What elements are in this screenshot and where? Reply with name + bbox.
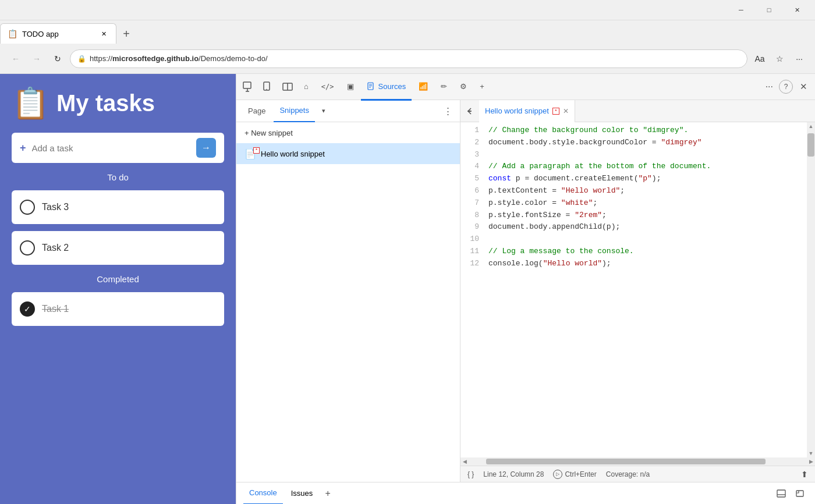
lock-icon: 🔒 bbox=[77, 55, 86, 63]
devtools-panel: ⌂ </> ▣ Sources 📶 bbox=[236, 74, 815, 504]
tab-favicon: 📋 bbox=[8, 29, 17, 38]
home-icon: ⌂ bbox=[304, 82, 309, 91]
reload-button[interactable]: ↻ bbox=[49, 50, 66, 68]
back-arrow-icon bbox=[465, 107, 474, 116]
add-task-row[interactable]: + → bbox=[12, 133, 224, 163]
device-emulation-button[interactable] bbox=[258, 77, 277, 96]
tab-close-button[interactable]: ✕ bbox=[98, 29, 109, 39]
dock-bottom-button[interactable] bbox=[773, 485, 789, 502]
add-panel-icon: + bbox=[480, 82, 484, 91]
snippets-menu-button[interactable]: ⋮ bbox=[441, 105, 454, 118]
tab-add[interactable]: + bbox=[474, 74, 490, 101]
maximize-button[interactable]: □ bbox=[756, 1, 782, 19]
snippets-toolbar: Page Snippets ▾ ⋮ bbox=[236, 100, 460, 122]
code-token-comment: // Log a message to the console. bbox=[488, 247, 634, 255]
run-snippet-button[interactable]: ▷ Ctrl+Enter bbox=[553, 470, 596, 479]
add-task-plus-icon: + bbox=[20, 142, 26, 154]
completed-section-label: Completed bbox=[12, 274, 224, 284]
undock-button[interactable] bbox=[792, 485, 808, 502]
scroll-down-arrow[interactable]: ▼ bbox=[807, 449, 815, 457]
browser-more-button[interactable]: ··· bbox=[791, 50, 808, 68]
tab-snippets[interactable]: Snippets bbox=[274, 100, 315, 122]
editor-tab-bar: Hello world snippet * ✕ bbox=[460, 100, 815, 122]
tab-performance[interactable]: ✏ bbox=[435, 74, 453, 101]
code-token-plain: ); bbox=[602, 259, 611, 268]
tab-home[interactable]: ⌂ bbox=[298, 74, 314, 101]
tab-console[interactable]: ▣ bbox=[341, 74, 360, 101]
minimize-button[interactable]: ─ bbox=[728, 1, 754, 19]
code-line-1: 1// Change the background color to "dimg… bbox=[460, 125, 807, 137]
devtools-help-button[interactable]: ? bbox=[779, 80, 793, 94]
code-token-string: "p" bbox=[638, 174, 651, 183]
url-prefix: https:// bbox=[90, 54, 112, 63]
list-item[interactable]: Task 2 bbox=[12, 231, 224, 265]
tab-elements[interactable]: </> bbox=[316, 74, 340, 101]
editor-tab-name: Hello world snippet bbox=[485, 107, 549, 115]
line-number: 4 bbox=[460, 161, 488, 173]
editor-vertical-scrollbar[interactable]: ▲ ▼ bbox=[807, 122, 815, 457]
tab-memory[interactable]: ⚙ bbox=[454, 74, 473, 101]
scroll-thumb[interactable] bbox=[807, 133, 814, 157]
inspect-element-button[interactable] bbox=[239, 77, 257, 96]
new-snippet-button[interactable]: + New snippet bbox=[236, 122, 460, 143]
cursor-position: Line 12, Column 28 bbox=[483, 470, 544, 478]
new-tab-button[interactable]: + bbox=[116, 24, 136, 44]
add-bottom-panel-button[interactable]: + bbox=[321, 487, 335, 501]
tab-bar: 📋 TODO app ✕ + bbox=[0, 20, 815, 44]
url-bar[interactable]: 🔒 https://microsoftedge.github.io/Demos/… bbox=[70, 49, 747, 68]
editor-tab-close-button[interactable]: ✕ bbox=[563, 107, 569, 115]
code-token-plain: ; bbox=[593, 198, 597, 207]
scroll-up-arrow[interactable]: ▲ bbox=[807, 122, 815, 130]
url-domain: microsoftedge.github.io bbox=[112, 54, 199, 63]
list-item[interactable]: 📄 * Hello world snippet bbox=[236, 143, 460, 164]
read-aloud-button[interactable]: Aa bbox=[751, 50, 768, 68]
code-line-7: 7p.style.color = "white"; bbox=[460, 197, 807, 210]
tab-network[interactable]: 📶 bbox=[413, 74, 434, 101]
snippets-dropdown-button[interactable]: ▾ bbox=[317, 105, 330, 118]
snippet-file-icon-container: 📄 * bbox=[245, 148, 256, 159]
line-number: 3 bbox=[460, 149, 488, 161]
tab-page[interactable]: Page bbox=[242, 100, 271, 122]
scroll-left-arrow[interactable]: ◀ bbox=[460, 457, 469, 466]
code-token-string: "Hello world" bbox=[561, 186, 620, 195]
editor-active-tab[interactable]: Hello world snippet * ✕ bbox=[479, 100, 575, 122]
panel-layout-button[interactable] bbox=[278, 77, 297, 96]
format-button[interactable]: { } bbox=[467, 470, 474, 478]
code-line-9: 9document.body.appendChild(p); bbox=[460, 221, 807, 233]
upload-button[interactable]: ⬆ bbox=[801, 470, 808, 479]
url-path: /Demos/demo-to-do/ bbox=[199, 54, 268, 63]
editor-scroll-area: 1// Change the background color to "dimg… bbox=[460, 122, 815, 457]
todo-clipboard-icon: 📋 bbox=[12, 86, 49, 121]
task-name-1: Task 1 bbox=[42, 304, 69, 314]
line-content: // Add a paragraph at the bottom of the … bbox=[488, 161, 807, 173]
hbar-thumb[interactable] bbox=[486, 459, 766, 464]
list-item[interactable]: ✓ Task 1 bbox=[12, 292, 224, 326]
back-button[interactable]: ← bbox=[7, 50, 24, 68]
sources-svg-icon bbox=[367, 82, 376, 91]
console-icon: ▣ bbox=[347, 82, 354, 91]
add-task-input[interactable] bbox=[32, 143, 190, 153]
todo-header: 📋 My tasks bbox=[12, 86, 224, 121]
forward-button[interactable]: → bbox=[28, 50, 45, 68]
tab-title: TODO app bbox=[22, 30, 59, 38]
add-task-button[interactable]: → bbox=[196, 138, 216, 158]
task-name-2: Task 2 bbox=[42, 243, 69, 253]
devtools-more-button[interactable]: ··· bbox=[761, 81, 778, 92]
browser-tab-todo[interactable]: 📋 TODO app ✕ bbox=[0, 23, 116, 44]
scroll-right-arrow[interactable]: ▶ bbox=[807, 457, 815, 466]
editor-back-button[interactable] bbox=[460, 102, 479, 120]
tab-issues-bottom[interactable]: Issues bbox=[285, 482, 319, 505]
perf-icon: ✏ bbox=[441, 82, 447, 91]
tab-sources[interactable]: Sources bbox=[361, 74, 412, 101]
line-content: p.textContent = "Hello world"; bbox=[488, 185, 807, 197]
devtools-close-button[interactable]: ✕ bbox=[794, 77, 813, 96]
code-token-plain: p.textContent = bbox=[488, 186, 561, 195]
code-editor[interactable]: 1// Change the background color to "dimg… bbox=[460, 122, 807, 457]
code-line-6: 6p.textContent = "Hello world"; bbox=[460, 185, 807, 197]
favorites-button[interactable]: ☆ bbox=[771, 50, 788, 68]
editor-horizontal-scrollbar[interactable]: ◀ ▶ bbox=[460, 457, 815, 466]
list-item[interactable]: Task 3 bbox=[12, 190, 224, 224]
tab-console-bottom[interactable]: Console bbox=[243, 482, 283, 505]
code-line-8: 8p.style.fontSize = "2rem"; bbox=[460, 210, 807, 222]
close-window-button[interactable]: ✕ bbox=[784, 1, 810, 19]
